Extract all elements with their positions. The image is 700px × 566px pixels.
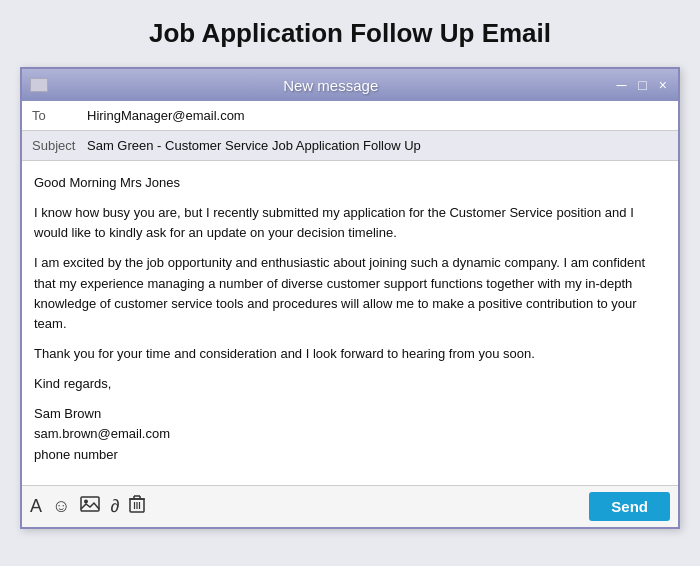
title-bar: New message ─ □ × (22, 69, 678, 101)
delete-icon[interactable] (129, 495, 145, 518)
window-controls: ─ □ × (613, 77, 670, 93)
svg-point-1 (84, 499, 88, 503)
title-bar-left (30, 78, 48, 92)
subject-value[interactable]: Sam Green - Customer Service Job Applica… (87, 138, 421, 153)
body-paragraph: Sam Brownsam.brown@email.comphone number (34, 404, 666, 464)
window-title: New message (48, 77, 613, 94)
body-paragraph: Good Morning Mrs Jones (34, 173, 666, 193)
subject-field-row: Subject Sam Green - Customer Service Job… (22, 131, 678, 161)
to-value[interactable]: HiringManager@email.com (87, 108, 245, 123)
close-button[interactable]: × (656, 77, 670, 93)
image-icon[interactable] (80, 496, 100, 517)
maximize-button[interactable]: □ (635, 77, 649, 93)
toolbar: A ☺ ∂ (22, 485, 678, 527)
send-button[interactable]: Send (589, 492, 670, 521)
to-field-row: To HiringManager@email.com (22, 101, 678, 131)
email-body[interactable]: Good Morning Mrs JonesI know how busy yo… (22, 161, 678, 485)
svg-rect-0 (81, 497, 99, 511)
minimize-button[interactable]: ─ (613, 77, 629, 93)
body-paragraph: Kind regards, (34, 374, 666, 394)
body-paragraph: I am excited by the job opportunity and … (34, 253, 666, 334)
email-window-icon (30, 78, 48, 92)
subject-label: Subject (32, 138, 87, 153)
body-paragraph: Thank you for your time and consideratio… (34, 344, 666, 364)
emoji-icon[interactable]: ☺ (52, 496, 70, 517)
toolbar-icons: A ☺ ∂ (30, 495, 145, 518)
email-window: New message ─ □ × To HiringManager@email… (20, 67, 680, 529)
font-icon[interactable]: A (30, 496, 42, 517)
page-title: Job Application Follow Up Email (149, 18, 551, 49)
attach-icon[interactable]: ∂ (110, 496, 119, 517)
to-label: To (32, 108, 87, 123)
body-paragraph: I know how busy you are, but I recently … (34, 203, 666, 243)
